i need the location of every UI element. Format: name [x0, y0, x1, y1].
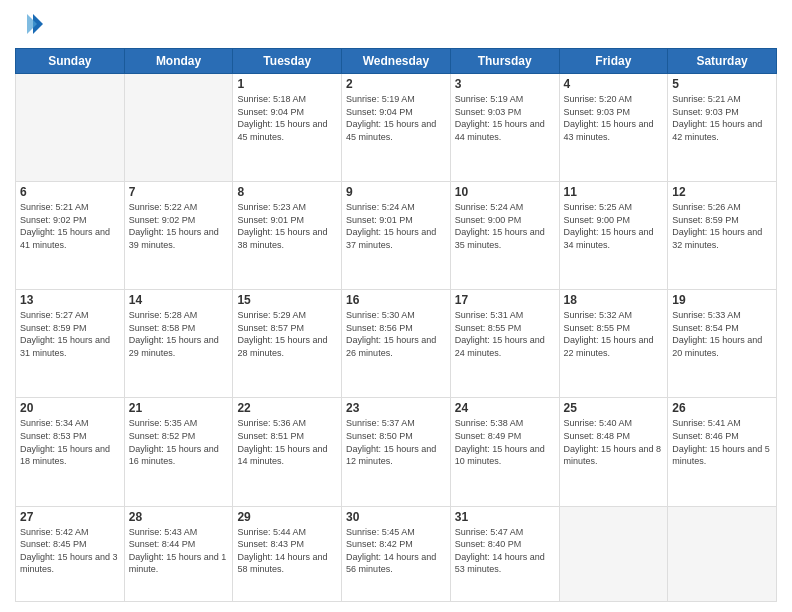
calendar-day-header: Thursday — [450, 49, 559, 74]
calendar-day-cell: 24Sunrise: 5:38 AM Sunset: 8:49 PM Dayli… — [450, 398, 559, 506]
day-number: 16 — [346, 293, 446, 307]
day-number: 30 — [346, 510, 446, 524]
day-info: Sunrise: 5:42 AM Sunset: 8:45 PM Dayligh… — [20, 526, 120, 576]
calendar-day-cell: 21Sunrise: 5:35 AM Sunset: 8:52 PM Dayli… — [124, 398, 233, 506]
day-info: Sunrise: 5:27 AM Sunset: 8:59 PM Dayligh… — [20, 309, 120, 359]
day-info: Sunrise: 5:31 AM Sunset: 8:55 PM Dayligh… — [455, 309, 555, 359]
calendar-week-row: 20Sunrise: 5:34 AM Sunset: 8:53 PM Dayli… — [16, 398, 777, 506]
day-info: Sunrise: 5:47 AM Sunset: 8:40 PM Dayligh… — [455, 526, 555, 576]
day-info: Sunrise: 5:29 AM Sunset: 8:57 PM Dayligh… — [237, 309, 337, 359]
calendar-day-cell: 29Sunrise: 5:44 AM Sunset: 8:43 PM Dayli… — [233, 506, 342, 601]
calendar-day-cell: 2Sunrise: 5:19 AM Sunset: 9:04 PM Daylig… — [342, 74, 451, 182]
calendar-day-cell: 4Sunrise: 5:20 AM Sunset: 9:03 PM Daylig… — [559, 74, 668, 182]
page: SundayMondayTuesdayWednesdayThursdayFrid… — [0, 0, 792, 612]
calendar-week-row: 1Sunrise: 5:18 AM Sunset: 9:04 PM Daylig… — [16, 74, 777, 182]
calendar-day-cell: 19Sunrise: 5:33 AM Sunset: 8:54 PM Dayli… — [668, 290, 777, 398]
day-info: Sunrise: 5:45 AM Sunset: 8:42 PM Dayligh… — [346, 526, 446, 576]
day-info: Sunrise: 5:33 AM Sunset: 8:54 PM Dayligh… — [672, 309, 772, 359]
calendar-day-cell: 22Sunrise: 5:36 AM Sunset: 8:51 PM Dayli… — [233, 398, 342, 506]
calendar-day-cell: 10Sunrise: 5:24 AM Sunset: 9:00 PM Dayli… — [450, 182, 559, 290]
calendar-table: SundayMondayTuesdayWednesdayThursdayFrid… — [15, 48, 777, 602]
day-info: Sunrise: 5:19 AM Sunset: 9:03 PM Dayligh… — [455, 93, 555, 143]
day-info: Sunrise: 5:21 AM Sunset: 9:03 PM Dayligh… — [672, 93, 772, 143]
calendar-header-row: SundayMondayTuesdayWednesdayThursdayFrid… — [16, 49, 777, 74]
calendar-day-cell: 8Sunrise: 5:23 AM Sunset: 9:01 PM Daylig… — [233, 182, 342, 290]
calendar-day-cell: 11Sunrise: 5:25 AM Sunset: 9:00 PM Dayli… — [559, 182, 668, 290]
day-info: Sunrise: 5:32 AM Sunset: 8:55 PM Dayligh… — [564, 309, 664, 359]
calendar-day-cell: 25Sunrise: 5:40 AM Sunset: 8:48 PM Dayli… — [559, 398, 668, 506]
day-number: 10 — [455, 185, 555, 199]
calendar-day-header: Saturday — [668, 49, 777, 74]
day-number: 7 — [129, 185, 229, 199]
calendar-day-cell: 27Sunrise: 5:42 AM Sunset: 8:45 PM Dayli… — [16, 506, 125, 601]
day-number: 24 — [455, 401, 555, 415]
day-number: 31 — [455, 510, 555, 524]
calendar-week-row: 6Sunrise: 5:21 AM Sunset: 9:02 PM Daylig… — [16, 182, 777, 290]
day-number: 27 — [20, 510, 120, 524]
day-number: 18 — [564, 293, 664, 307]
day-number: 1 — [237, 77, 337, 91]
day-info: Sunrise: 5:40 AM Sunset: 8:48 PM Dayligh… — [564, 417, 664, 467]
calendar-day-header: Wednesday — [342, 49, 451, 74]
day-info: Sunrise: 5:24 AM Sunset: 9:01 PM Dayligh… — [346, 201, 446, 251]
calendar-day-cell: 26Sunrise: 5:41 AM Sunset: 8:46 PM Dayli… — [668, 398, 777, 506]
day-number: 3 — [455, 77, 555, 91]
calendar-day-cell: 9Sunrise: 5:24 AM Sunset: 9:01 PM Daylig… — [342, 182, 451, 290]
calendar-day-cell: 1Sunrise: 5:18 AM Sunset: 9:04 PM Daylig… — [233, 74, 342, 182]
calendar-day-cell: 5Sunrise: 5:21 AM Sunset: 9:03 PM Daylig… — [668, 74, 777, 182]
day-number: 22 — [237, 401, 337, 415]
day-number: 11 — [564, 185, 664, 199]
day-number: 21 — [129, 401, 229, 415]
day-number: 13 — [20, 293, 120, 307]
day-number: 2 — [346, 77, 446, 91]
day-info: Sunrise: 5:34 AM Sunset: 8:53 PM Dayligh… — [20, 417, 120, 467]
day-info: Sunrise: 5:21 AM Sunset: 9:02 PM Dayligh… — [20, 201, 120, 251]
calendar-day-cell: 30Sunrise: 5:45 AM Sunset: 8:42 PM Dayli… — [342, 506, 451, 601]
calendar-day-cell: 12Sunrise: 5:26 AM Sunset: 8:59 PM Dayli… — [668, 182, 777, 290]
calendar-day-header: Monday — [124, 49, 233, 74]
calendar-day-header: Sunday — [16, 49, 125, 74]
calendar-day-header: Tuesday — [233, 49, 342, 74]
calendar-day-cell: 20Sunrise: 5:34 AM Sunset: 8:53 PM Dayli… — [16, 398, 125, 506]
day-number: 17 — [455, 293, 555, 307]
day-info: Sunrise: 5:35 AM Sunset: 8:52 PM Dayligh… — [129, 417, 229, 467]
calendar-day-cell: 17Sunrise: 5:31 AM Sunset: 8:55 PM Dayli… — [450, 290, 559, 398]
day-number: 23 — [346, 401, 446, 415]
day-number: 4 — [564, 77, 664, 91]
calendar-day-cell: 28Sunrise: 5:43 AM Sunset: 8:44 PM Dayli… — [124, 506, 233, 601]
calendar-day-cell — [124, 74, 233, 182]
calendar-day-cell: 18Sunrise: 5:32 AM Sunset: 8:55 PM Dayli… — [559, 290, 668, 398]
day-info: Sunrise: 5:25 AM Sunset: 9:00 PM Dayligh… — [564, 201, 664, 251]
day-number: 9 — [346, 185, 446, 199]
calendar-day-cell: 7Sunrise: 5:22 AM Sunset: 9:02 PM Daylig… — [124, 182, 233, 290]
day-number: 28 — [129, 510, 229, 524]
day-info: Sunrise: 5:18 AM Sunset: 9:04 PM Dayligh… — [237, 93, 337, 143]
day-info: Sunrise: 5:22 AM Sunset: 9:02 PM Dayligh… — [129, 201, 229, 251]
logo-icon — [15, 10, 45, 40]
day-number: 19 — [672, 293, 772, 307]
calendar-day-cell: 3Sunrise: 5:19 AM Sunset: 9:03 PM Daylig… — [450, 74, 559, 182]
day-info: Sunrise: 5:44 AM Sunset: 8:43 PM Dayligh… — [237, 526, 337, 576]
day-info: Sunrise: 5:19 AM Sunset: 9:04 PM Dayligh… — [346, 93, 446, 143]
day-info: Sunrise: 5:23 AM Sunset: 9:01 PM Dayligh… — [237, 201, 337, 251]
day-number: 5 — [672, 77, 772, 91]
day-info: Sunrise: 5:38 AM Sunset: 8:49 PM Dayligh… — [455, 417, 555, 467]
day-info: Sunrise: 5:28 AM Sunset: 8:58 PM Dayligh… — [129, 309, 229, 359]
calendar-day-cell: 6Sunrise: 5:21 AM Sunset: 9:02 PM Daylig… — [16, 182, 125, 290]
calendar-day-cell — [16, 74, 125, 182]
day-info: Sunrise: 5:43 AM Sunset: 8:44 PM Dayligh… — [129, 526, 229, 576]
day-number: 20 — [20, 401, 120, 415]
calendar-day-cell: 23Sunrise: 5:37 AM Sunset: 8:50 PM Dayli… — [342, 398, 451, 506]
calendar-day-header: Friday — [559, 49, 668, 74]
day-number: 12 — [672, 185, 772, 199]
calendar-day-cell: 14Sunrise: 5:28 AM Sunset: 8:58 PM Dayli… — [124, 290, 233, 398]
day-number: 8 — [237, 185, 337, 199]
calendar-day-cell: 16Sunrise: 5:30 AM Sunset: 8:56 PM Dayli… — [342, 290, 451, 398]
calendar-day-cell — [559, 506, 668, 601]
day-info: Sunrise: 5:24 AM Sunset: 9:00 PM Dayligh… — [455, 201, 555, 251]
day-info: Sunrise: 5:41 AM Sunset: 8:46 PM Dayligh… — [672, 417, 772, 467]
logo — [15, 10, 49, 40]
day-info: Sunrise: 5:37 AM Sunset: 8:50 PM Dayligh… — [346, 417, 446, 467]
day-number: 29 — [237, 510, 337, 524]
day-info: Sunrise: 5:36 AM Sunset: 8:51 PM Dayligh… — [237, 417, 337, 467]
